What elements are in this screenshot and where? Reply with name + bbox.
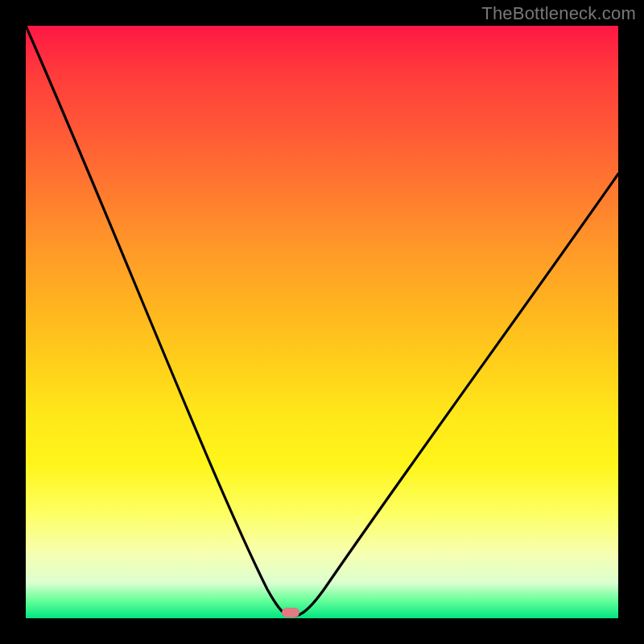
bottleneck-curve <box>26 26 618 618</box>
plot-area <box>26 26 618 618</box>
watermark-text: TheBottleneck.com <box>481 3 636 24</box>
optimum-marker <box>282 608 299 617</box>
chart-frame: TheBottleneck.com <box>0 0 644 644</box>
curve-path <box>26 26 618 616</box>
